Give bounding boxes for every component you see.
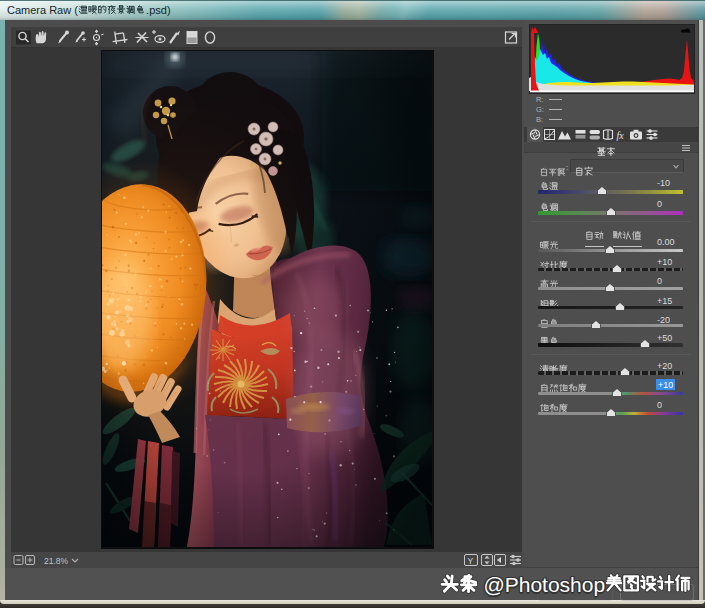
svg-text:Y: Y (468, 556, 474, 566)
svg-text:fx: fx (617, 130, 625, 141)
svg-text:21.8%: 21.8% (44, 556, 69, 566)
